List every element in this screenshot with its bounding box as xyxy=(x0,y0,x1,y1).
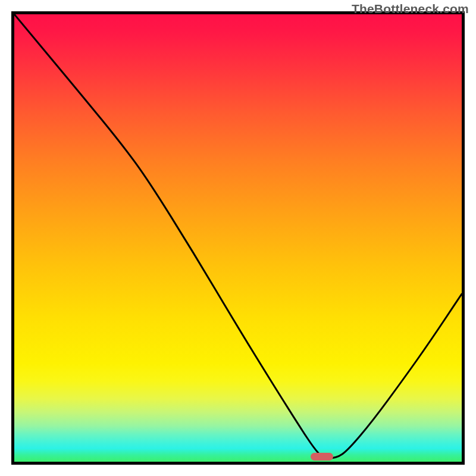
chart-frame xyxy=(11,11,465,465)
watermark-text: TheBottleneck.com xyxy=(352,2,469,16)
optimum-marker xyxy=(311,453,333,461)
curve-path xyxy=(14,14,462,458)
chart-stage: TheBottleneck.com xyxy=(0,0,476,476)
chart-curve xyxy=(14,14,462,462)
